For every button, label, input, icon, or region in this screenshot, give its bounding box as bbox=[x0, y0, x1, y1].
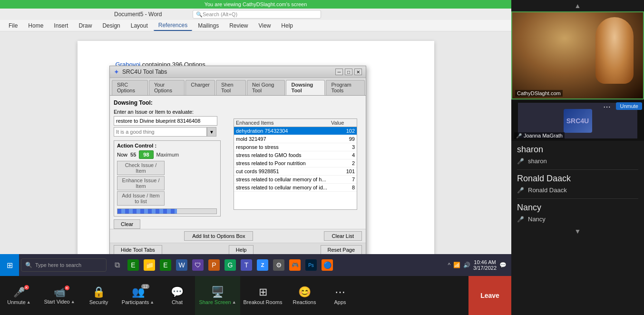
scroll-up-arrow[interactable]: ▲ bbox=[511, 0, 644, 11]
issue-row[interactable]: dehydration 75432304 102 bbox=[234, 127, 357, 135]
issue-row[interactable]: stress related to cellular memory of h..… bbox=[234, 176, 357, 184]
hide-tool-tabs-btn[interactable]: Hide Tool Tabs bbox=[114, 245, 162, 255]
scroll-down-arrow[interactable]: ▼ bbox=[511, 226, 644, 237]
issue-row[interactable]: mold 321497 99 bbox=[234, 135, 357, 143]
participants-icon: 👥 12 bbox=[132, 286, 145, 298]
wifi-icon[interactable]: 📶 bbox=[452, 261, 461, 269]
unmute-overlay-btn[interactable]: Unmute bbox=[616, 102, 642, 110]
reactions-btn[interactable]: 😊 Reactions bbox=[285, 276, 323, 315]
issue-list-panel: Enhanced Items Value dehydration 7543230… bbox=[234, 118, 357, 210]
chat-btn[interactable]: 💬 Chat bbox=[159, 276, 195, 315]
dtab-program-tools[interactable]: Program Tools bbox=[326, 80, 365, 95]
tab-help[interactable]: Help bbox=[276, 21, 298, 30]
issue-row[interactable]: stress related to GMO foods 4 bbox=[234, 151, 357, 159]
tab-review[interactable]: Review bbox=[224, 21, 253, 30]
mic-muted-icon: 🎤 bbox=[516, 133, 522, 138]
unmute-label: Unmute bbox=[7, 299, 26, 305]
dtab-shen-tool[interactable]: Shen Tool bbox=[216, 80, 246, 95]
security-btn[interactable]: 🔒 Security bbox=[81, 276, 117, 315]
dialog-maximize-btn[interactable]: □ bbox=[345, 69, 352, 75]
dtab-your-options[interactable]: Your Options bbox=[149, 80, 185, 95]
document-title: Document5 - Word bbox=[114, 9, 162, 20]
dialog-minimize-btn[interactable]: ─ bbox=[335, 69, 343, 75]
tab-file[interactable]: File bbox=[4, 21, 22, 30]
top-video-label: CathyDSlaght.com bbox=[515, 90, 563, 97]
folder-icon[interactable]: 📁 bbox=[142, 257, 157, 273]
leave-btn[interactable]: Leave bbox=[468, 276, 511, 315]
windows-start-btn[interactable]: ⊞ bbox=[0, 254, 19, 276]
dtab-nei-gong[interactable]: Nei Gong Tool bbox=[247, 80, 285, 95]
enhance-issue-btn[interactable]: Enhance Issue / Item bbox=[117, 176, 165, 190]
joanna-label: 🎤 Joanna MaGrath bbox=[514, 132, 565, 139]
settings-icon[interactable]: ⚙ bbox=[271, 257, 286, 273]
edge2-icon[interactable]: E bbox=[158, 257, 173, 273]
issue-row[interactable]: cut cords 9928851 101 bbox=[234, 167, 357, 176]
mic-caret[interactable]: ▲ bbox=[27, 300, 31, 305]
powerpoint-icon[interactable]: P bbox=[206, 257, 222, 273]
participants-caret[interactable]: ▲ bbox=[150, 300, 154, 305]
apps-btn[interactable]: ⋯ Apps bbox=[323, 276, 357, 315]
edge-icon[interactable]: E bbox=[126, 257, 141, 273]
clear-btn[interactable]: Clear bbox=[114, 219, 140, 229]
sheets-icon[interactable]: G bbox=[223, 257, 238, 273]
breakout-icon: ⊞ bbox=[259, 286, 267, 298]
taskview-btn[interactable]: ⧉ bbox=[109, 257, 125, 273]
green-value-btn[interactable]: 98 bbox=[139, 150, 153, 159]
clear-list-btn[interactable]: Clear List bbox=[324, 231, 362, 241]
three-dots-btn[interactable]: ⋯ bbox=[603, 102, 611, 111]
dialog-tabs: SRC Options Your Options Charger Shen To… bbox=[110, 78, 366, 96]
dtab-dowsing-tool[interactable]: Dowsing Tool bbox=[286, 80, 325, 95]
participants-btn[interactable]: 👥 12 Participants ▲ bbox=[117, 276, 159, 315]
notification-icon[interactable]: 💬 bbox=[498, 261, 507, 269]
taskbar-search[interactable]: 🔍 Type here to search bbox=[21, 258, 107, 272]
good-thing-input[interactable] bbox=[114, 127, 207, 137]
issue-input[interactable] bbox=[114, 116, 217, 126]
check-issue-btn[interactable]: Check Issue / Item bbox=[117, 161, 165, 175]
tab-mailings[interactable]: Mailings bbox=[193, 21, 224, 30]
nancy-mic-icon: 🎤 bbox=[517, 216, 524, 223]
add-to-options-btn[interactable]: Add list to Options Box bbox=[184, 231, 253, 241]
word-icon[interactable]: W bbox=[174, 257, 189, 273]
tab-draw[interactable]: Draw bbox=[74, 21, 97, 30]
ball-icon[interactable]: 🔵 bbox=[320, 257, 335, 273]
zoom-app-icon[interactable]: Z bbox=[255, 257, 270, 273]
tab-design[interactable]: Design bbox=[98, 21, 125, 30]
screen-share-banner: You are viewing CathyDSlaght.com's scree… bbox=[0, 0, 511, 9]
tab-references[interactable]: References bbox=[154, 20, 192, 31]
tab-home[interactable]: Home bbox=[23, 21, 48, 30]
dropdown-arrow-btn[interactable]: ▼ bbox=[207, 127, 216, 137]
tab-insert[interactable]: Insert bbox=[49, 21, 73, 30]
tab-layout[interactable]: Layout bbox=[126, 21, 153, 30]
reset-page-btn[interactable]: Reset Page bbox=[321, 245, 362, 255]
photoshop-icon[interactable]: Ps bbox=[303, 257, 319, 273]
clock[interactable]: 10:46 AM 3/17/2022 bbox=[473, 259, 497, 271]
sharon-section-title: sharon bbox=[517, 145, 638, 155]
share-screen-btn[interactable]: 🖥️ Share Screen ▲ bbox=[195, 276, 240, 315]
issue-row[interactable]: response to stress 3 bbox=[234, 143, 357, 151]
vpn-icon[interactable]: 🛡 bbox=[190, 257, 205, 273]
help-btn[interactable]: Help bbox=[229, 245, 254, 255]
tab-view[interactable]: View bbox=[254, 21, 276, 30]
dtab-charger[interactable]: Charger bbox=[185, 80, 215, 95]
video-caret[interactable]: ▲ bbox=[71, 299, 75, 304]
add-issue-btn[interactable]: Add Issue / Item to list bbox=[117, 191, 165, 206]
sys-tray-icons: ^ 📶 🔊 bbox=[447, 261, 471, 269]
issue-value: 8 bbox=[331, 185, 355, 190]
issue-row[interactable]: stress related to Poor nutrition 2 bbox=[234, 159, 357, 167]
unmute-btn[interactable]: 🎤 ✕ Unmute ▲ bbox=[0, 276, 38, 315]
volume-icon[interactable]: 🔊 bbox=[462, 261, 471, 269]
breakout-rooms-btn[interactable]: ⊞ Breakout Rooms bbox=[240, 276, 285, 315]
issue-row[interactable]: stress related to cellular memory of id.… bbox=[234, 184, 357, 192]
start-video-btn[interactable]: 📹 ✕ Start Video ▲ bbox=[38, 276, 81, 315]
issue-value: 7 bbox=[331, 177, 355, 182]
issue-value: 2 bbox=[331, 160, 355, 166]
search-placeholder: Search (Alt+Q) bbox=[203, 11, 237, 17]
dialog-close-btn[interactable]: ✕ bbox=[354, 69, 362, 75]
share-caret[interactable]: ▲ bbox=[232, 300, 236, 305]
issue-value: 102 bbox=[331, 128, 355, 134]
search-bar[interactable]: 🔍 Search (Alt+Q) bbox=[193, 10, 321, 19]
game-icon[interactable]: 🎮 bbox=[287, 257, 302, 273]
teams-icon[interactable]: T bbox=[239, 257, 254, 273]
dtab-src-options[interactable]: SRC Options bbox=[112, 80, 148, 95]
tray-chevron[interactable]: ^ bbox=[447, 261, 451, 269]
